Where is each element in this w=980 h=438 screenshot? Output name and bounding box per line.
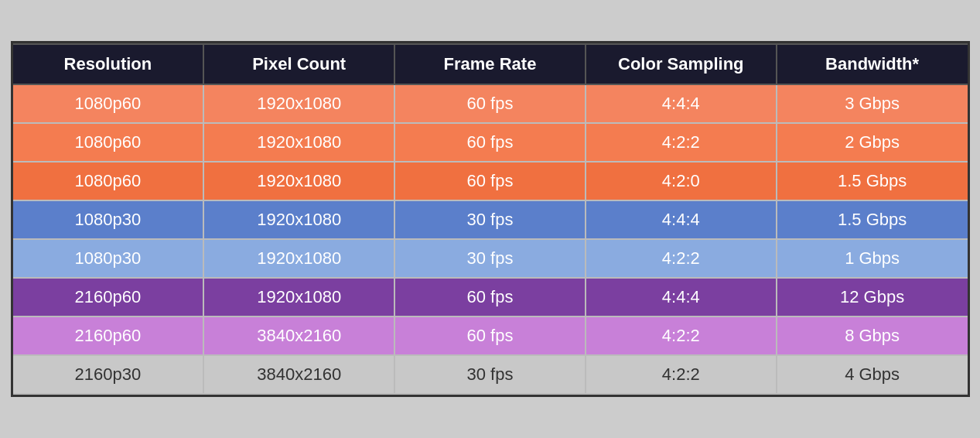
cell-bandwidth: 4 Gbps (777, 355, 968, 394)
cell-frame-rate: 30 fps (394, 239, 586, 278)
cell-pixel-count: 1920x1080 (203, 162, 394, 200)
cell-color-sampling: 4:4:4 (586, 200, 777, 239)
header-bandwidth: Bandwidth* (777, 44, 968, 84)
header-resolution: Resolution (13, 44, 204, 84)
cell-bandwidth: 1.5 Gbps (777, 162, 968, 200)
cell-resolution: 2160p60 (13, 278, 204, 317)
table-row: 1080p601920x108060 fps4:4:43 Gbps (13, 84, 968, 123)
table-row: 1080p601920x108060 fps4:2:01.5 Gbps (13, 162, 968, 200)
cell-color-sampling: 4:2:2 (586, 239, 777, 278)
cell-color-sampling: 4:2:0 (586, 162, 777, 200)
cell-pixel-count: 3840x2160 (203, 355, 394, 394)
cell-resolution: 2160p30 (13, 355, 204, 394)
cell-frame-rate: 60 fps (394, 123, 586, 162)
table-row: 2160p303840x216030 fps4:2:24 Gbps (13, 355, 968, 394)
table-row: 1080p301920x108030 fps4:4:41.5 Gbps (13, 200, 968, 239)
cell-frame-rate: 30 fps (394, 355, 586, 394)
cell-pixel-count: 3840x2160 (203, 317, 394, 355)
cell-bandwidth: 12 Gbps (777, 278, 968, 317)
cell-frame-rate: 60 fps (394, 84, 586, 123)
header-frame-rate: Frame Rate (394, 44, 586, 84)
cell-frame-rate: 60 fps (394, 162, 586, 200)
bandwidth-table-wrapper: Resolution Pixel Count Frame Rate Color … (11, 41, 970, 397)
cell-bandwidth: 8 Gbps (777, 317, 968, 355)
cell-pixel-count: 1920x1080 (203, 278, 394, 317)
table-row: 1080p601920x108060 fps4:2:22 Gbps (13, 123, 968, 162)
cell-pixel-count: 1920x1080 (203, 239, 394, 278)
bandwidth-table: Resolution Pixel Count Frame Rate Color … (13, 43, 968, 395)
cell-frame-rate: 30 fps (394, 200, 586, 239)
cell-bandwidth: 3 Gbps (777, 84, 968, 123)
table-row: 2160p603840x216060 fps4:2:28 Gbps (13, 317, 968, 355)
cell-pixel-count: 1920x1080 (203, 84, 394, 123)
header-color-sampling: Color Sampling (586, 44, 777, 84)
cell-frame-rate: 60 fps (394, 317, 586, 355)
header-row: Resolution Pixel Count Frame Rate Color … (13, 44, 968, 84)
cell-bandwidth: 1.5 Gbps (777, 200, 968, 239)
cell-resolution: 1080p60 (13, 84, 204, 123)
cell-frame-rate: 60 fps (394, 278, 586, 317)
cell-resolution: 2160p60 (13, 317, 204, 355)
cell-color-sampling: 4:2:2 (586, 355, 777, 394)
cell-bandwidth: 2 Gbps (777, 123, 968, 162)
cell-resolution: 1080p30 (13, 239, 204, 278)
cell-pixel-count: 1920x1080 (203, 200, 394, 239)
cell-resolution: 1080p30 (13, 200, 204, 239)
cell-color-sampling: 4:4:4 (586, 278, 777, 317)
cell-color-sampling: 4:2:2 (586, 123, 777, 162)
cell-resolution: 1080p60 (13, 162, 204, 200)
header-pixel-count: Pixel Count (203, 44, 394, 84)
table-row: 2160p601920x108060 fps4:4:412 Gbps (13, 278, 968, 317)
cell-color-sampling: 4:2:2 (586, 317, 777, 355)
cell-pixel-count: 1920x1080 (203, 123, 394, 162)
cell-resolution: 1080p60 (13, 123, 204, 162)
table-row: 1080p301920x108030 fps4:2:21 Gbps (13, 239, 968, 278)
cell-color-sampling: 4:4:4 (586, 84, 777, 123)
cell-bandwidth: 1 Gbps (777, 239, 968, 278)
